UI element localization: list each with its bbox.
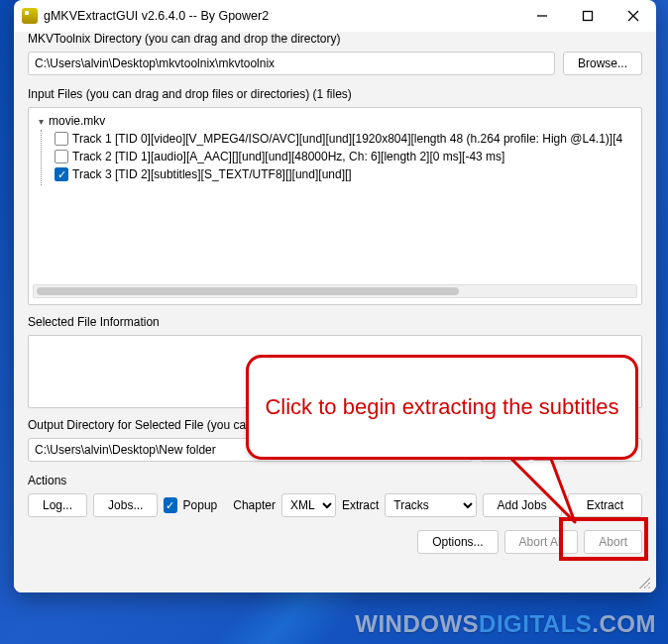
track-row[interactable]: Track 1 [TID 0][video][V_MPEG4/ISO/AVC][… xyxy=(31,130,639,148)
browse-dir-button[interactable]: Browse... xyxy=(563,52,642,75)
extract-mode-label: Extract xyxy=(342,498,379,512)
mkvtoolnix-dir-input[interactable]: C:\Users\alvin\Desktop\mkvtoolnix\mkvtoo… xyxy=(28,52,555,75)
app-icon xyxy=(22,8,38,24)
mkvtoolnix-dir-label: MKVToolnix Directory (you can drag and d… xyxy=(28,32,642,46)
annotation-text: Click to begin extracting the subtitles xyxy=(265,393,618,422)
annotation-tail-icon xyxy=(482,453,601,532)
selected-file-info-label: Selected File Information xyxy=(28,315,642,329)
svg-marker-4 xyxy=(511,459,575,522)
watermark: WINDOWSDIGITALS.COM xyxy=(355,610,656,638)
track-checkbox[interactable] xyxy=(55,132,68,146)
track-row[interactable]: Track 2 [TID 1][audio][A_AAC][][und][und… xyxy=(31,148,639,165)
track-checkbox[interactable] xyxy=(55,167,68,181)
watermark-part: WINDOWS xyxy=(355,610,479,637)
collapse-icon[interactable]: ▾ xyxy=(35,116,47,127)
popup-label: Popup xyxy=(183,498,218,512)
tree-hscrollbar[interactable] xyxy=(33,284,637,298)
mkvtoolnix-dir-value: C:\Users\alvin\Desktop\mkvtoolnix\mkvtoo… xyxy=(35,56,275,70)
track-checkbox[interactable] xyxy=(55,150,68,163)
tree-root-label: movie.mkv xyxy=(49,114,105,128)
watermark-part: DIGITALS xyxy=(479,610,592,637)
tree-root-row[interactable]: ▾ movie.mkv xyxy=(31,112,639,130)
input-files-tree[interactable]: ▾ movie.mkv Track 1 [TID 0][video][V_MPE… xyxy=(28,107,642,305)
abort-all-button[interactable]: Abort All xyxy=(504,530,579,554)
annotation-callout: Click to begin extracting the subtitles xyxy=(246,355,638,460)
minimize-button[interactable] xyxy=(519,0,565,32)
close-button[interactable] xyxy=(611,0,656,32)
maximize-button[interactable] xyxy=(565,0,611,32)
watermark-part: .COM xyxy=(592,610,656,637)
output-dir-value: C:\Users\alvin\Desktop\New folder xyxy=(35,443,216,457)
track-label: Track 3 [TID 2][subtitles][S_TEXT/UTF8][… xyxy=(72,167,352,181)
track-row[interactable]: Track 3 [TID 2][subtitles][S_TEXT/UTF8][… xyxy=(31,165,639,183)
extract-mode-select[interactable]: Tracks xyxy=(385,493,476,517)
input-files-label: Input Files (you can drag and drop files… xyxy=(28,87,642,101)
svg-rect-1 xyxy=(584,12,593,21)
chapter-label: Chapter xyxy=(233,498,276,512)
titlebar: gMKVExtractGUI v2.6.4.0 -- By Gpower2 xyxy=(14,0,656,32)
track-label: Track 2 [TID 1][audio][A_AAC][][und][und… xyxy=(72,150,504,163)
window-title: gMKVExtractGUI v2.6.4.0 -- By Gpower2 xyxy=(44,9,269,23)
resize-grip-icon[interactable] xyxy=(636,575,650,589)
options-button[interactable]: Options... xyxy=(417,530,498,554)
jobs-button[interactable]: Jobs... xyxy=(93,493,158,517)
track-label: Track 1 [TID 0][video][V_MPEG4/ISO/AVC][… xyxy=(72,132,622,146)
log-button[interactable]: Log... xyxy=(28,493,87,517)
popup-checkbox[interactable] xyxy=(164,497,176,513)
chapter-select[interactable]: XML xyxy=(281,493,336,517)
abort-button[interactable]: Abort xyxy=(584,530,642,554)
